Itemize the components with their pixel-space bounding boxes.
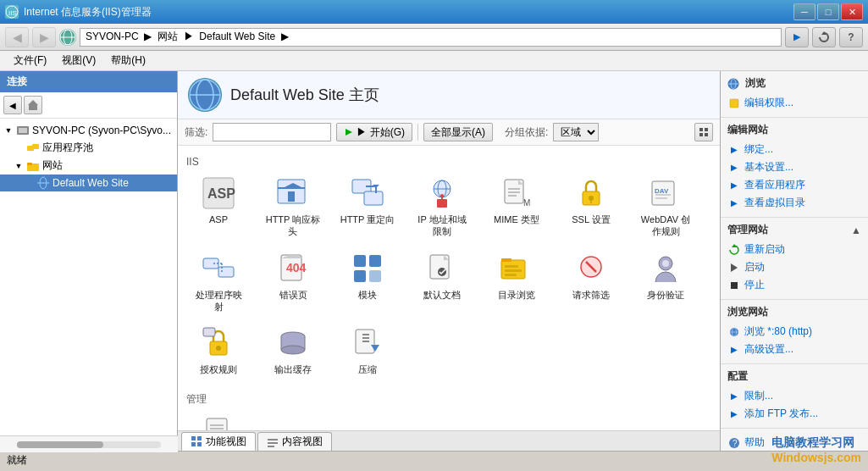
edit-site-title: 编辑网站 xyxy=(727,123,861,137)
icon-compress[interactable]: 压缩 xyxy=(334,323,401,379)
svg-rect-61 xyxy=(369,255,381,267)
apppool-label: 应用程序池 xyxy=(42,141,93,155)
svg-rect-68 xyxy=(501,258,511,262)
http-redirect-label: HTTP 重定向 xyxy=(340,213,395,225)
bind-icon: ▶ xyxy=(727,143,741,157)
edit-perm-icon xyxy=(727,97,741,110)
svg-text:IIS: IIS xyxy=(8,9,17,17)
svg-rect-69 xyxy=(505,265,518,268)
manage-collapse-btn[interactable]: ▲ xyxy=(851,224,861,236)
help-action[interactable]: ? 帮助 xyxy=(727,434,861,451)
browse-site-title: 浏览网站 xyxy=(727,305,861,319)
maximize-button[interactable]: □ xyxy=(817,3,839,20)
svg-rect-22 xyxy=(699,128,703,131)
icon-authz[interactable]: 授权规则 xyxy=(185,323,252,379)
icon-ssl[interactable]: SSL 设置 xyxy=(557,173,625,241)
minimize-button[interactable]: ─ xyxy=(793,3,815,20)
svg-text:DAV: DAV xyxy=(655,187,669,195)
go-button[interactable]: ▶ xyxy=(785,27,809,47)
limit-action[interactable]: ▶ 限制... xyxy=(727,387,861,405)
view-app-icon: ▶ xyxy=(727,179,741,192)
config-section: 配置 ▶ 限制... ▶ 添加 FTP 发布... xyxy=(721,364,868,429)
help-button[interactable]: ? xyxy=(839,27,863,47)
restart-action[interactable]: 重新启动 xyxy=(727,241,861,258)
icon-mime[interactable]: M MIME 类型 xyxy=(483,173,550,241)
svg-text:?: ? xyxy=(733,439,738,448)
browse-80-action[interactable]: 浏览 *:80 (http) xyxy=(727,323,861,341)
address-input[interactable] xyxy=(80,28,782,47)
handler-icon xyxy=(202,252,235,285)
view-virtual-action[interactable]: ▶ 查看虚拟目录 xyxy=(727,194,861,212)
content-header-icon xyxy=(188,78,222,112)
ip-restrict-icon xyxy=(425,176,459,210)
request-filter-label: 请求筛选 xyxy=(572,289,610,301)
svg-rect-107 xyxy=(731,282,738,289)
tree-item-default-site[interactable]: Default Web Site xyxy=(0,175,177,191)
svg-rect-54 xyxy=(218,267,234,277)
start-icon xyxy=(727,261,741,274)
bind-action[interactable]: ▶ 绑定... xyxy=(727,141,861,158)
authz-icon xyxy=(202,326,235,360)
advanced-action[interactable]: ▶ 高级设置... xyxy=(727,341,861,358)
icon-ip-restrict[interactable]: IP 地址和域限制 xyxy=(408,173,476,241)
sites-icon xyxy=(26,159,40,173)
add-ftp-action[interactable]: ▶ 添加 FTP 发布... xyxy=(727,405,861,423)
svg-rect-63 xyxy=(369,270,381,282)
icon-error-page[interactable]: 404 错误页 xyxy=(259,248,327,317)
refresh-button[interactable] xyxy=(812,27,836,47)
icon-output-cache[interactable]: 输出缓存 xyxy=(259,323,327,379)
mime-label: MIME 类型 xyxy=(494,213,539,225)
status-text: 就绪 xyxy=(7,453,27,468)
view-app-action[interactable]: ▶ 查看应用程序 xyxy=(727,176,861,194)
edit-permissions-action[interactable]: 编辑权限... xyxy=(727,94,861,112)
icon-request-filter[interactable]: 请求筛选 xyxy=(557,248,625,317)
back-button[interactable]: ◀ xyxy=(5,27,29,47)
icon-http-response[interactable]: HTTP 响应标头 xyxy=(259,173,327,241)
tab-content-view[interactable]: 内容视图 xyxy=(257,432,332,451)
show-all-button[interactable]: 全部显示(A) xyxy=(423,123,493,141)
titlebar: IIS Internet 信息服务(IIS)管理器 ─ □ ✕ xyxy=(0,0,868,24)
svg-rect-23 xyxy=(705,128,708,131)
icon-handler[interactable]: 处理程序映射 xyxy=(185,248,252,317)
svg-rect-78 xyxy=(203,328,215,336)
http-redirect-icon xyxy=(351,176,384,210)
manage-site-title: 管理网站 ▲ xyxy=(727,223,861,237)
icon-webdav[interactable]: DAV WebDAV 创作规则 xyxy=(632,173,699,241)
close-button[interactable]: ✕ xyxy=(841,3,863,20)
menu-file[interactable]: 文件(F) xyxy=(7,52,53,69)
window-title: Internet 信息服务(IIS)管理器 xyxy=(24,5,792,19)
forward-button[interactable]: ▶ xyxy=(32,27,56,47)
default-site-label: Default Web Site xyxy=(53,177,129,189)
icon-modules[interactable]: 模块 xyxy=(334,248,401,317)
sidebar-back-btn[interactable]: ◀ xyxy=(3,96,22,114)
icon-default-doc[interactable]: 默认文档 xyxy=(408,248,476,317)
icon-auth[interactable]: 身份验证 xyxy=(632,248,699,317)
icon-http-redirect[interactable]: HTTP 重定向 xyxy=(334,173,401,241)
apppool-icon xyxy=(26,141,40,155)
auth-label: 身份验证 xyxy=(647,289,684,301)
groupby-label: 分组依据: xyxy=(505,125,548,140)
mime-icon: M xyxy=(500,176,534,210)
tree-item-server[interactable]: ▼ SYVON-PC (Syvon-PC\Syvo... xyxy=(0,122,177,139)
auth-icon xyxy=(649,252,683,285)
icon-asp[interactable]: ASP ASP xyxy=(185,173,252,241)
stop-action[interactable]: 停止 xyxy=(727,276,861,294)
sidebar-home-btn[interactable] xyxy=(24,96,42,114)
start-action[interactable]: 启动 xyxy=(727,258,861,276)
basic-settings-action[interactable]: ▶ 基本设置... xyxy=(727,158,861,176)
icon-web-config[interactable]: 配置编辑器 xyxy=(185,412,252,430)
tree-item-apppool[interactable]: 应用程序池 xyxy=(0,139,177,157)
menu-help[interactable]: 帮助(H) xyxy=(104,52,152,69)
groupby-select[interactable]: 区域 类别 xyxy=(553,123,599,141)
svg-rect-100 xyxy=(268,446,274,447)
icon-dir-browse[interactable]: 目录浏览 xyxy=(483,248,550,317)
http-response-label: HTTP 响应标头 xyxy=(266,213,321,238)
svg-rect-25 xyxy=(705,133,708,136)
tree-item-sites[interactable]: ▼ 网站 xyxy=(0,157,177,175)
tab-feature-view[interactable]: 功能视图 xyxy=(181,432,256,451)
menu-view[interactable]: 视图(V) xyxy=(55,52,102,69)
large-icon-view-btn[interactable] xyxy=(694,123,713,141)
filter-input[interactable] xyxy=(213,123,331,141)
start-button[interactable]: ▶ 开始(G) xyxy=(336,123,412,141)
svg-rect-9 xyxy=(19,128,27,133)
